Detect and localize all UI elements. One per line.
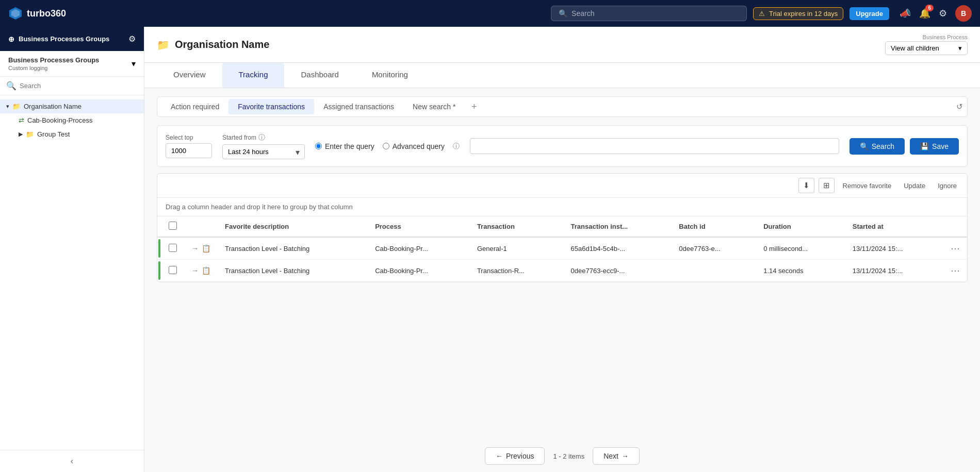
started-from-label: Started from ⓘ [222,133,305,142]
row-status-bar [157,237,161,260]
query-input[interactable] [470,138,839,154]
row-navigate-button[interactable]: → [191,244,199,252]
row-action-cell: → 📋 [184,260,218,282]
radio-advanced-query[interactable]: Advanced query [383,142,445,150]
pagination: ← Previous 1 - 2 items Next → [144,440,980,472]
radio-advanced-query-input[interactable] [383,143,389,149]
row-checkbox[interactable] [169,266,177,274]
sidebar-search-input[interactable] [20,82,138,90]
sub-tab-assigned[interactable]: Assigned transactions [314,99,403,114]
search-icon: 🔍 [860,142,869,150]
bp-dropdown[interactable]: View all children ▾ [885,41,968,55]
radio-enter-query[interactable]: Enter the query [315,142,374,150]
page-header: 📁 Organisation Name Business Process Vie… [144,27,980,63]
save-button[interactable]: 💾 Save [910,138,959,155]
col-fav-desc: Favorite description [218,216,368,237]
brand-name: turbo360 [27,8,66,19]
folder-icon: 📁 [26,130,34,138]
table-row: → 📋 Transaction Level - Batching Cab-Boo… [157,237,967,260]
row-trans-inst: 65a6d1b4-5c4b-... [564,237,672,260]
col-transaction: Transaction [470,216,564,237]
row-fav-desc: Transaction Level - Batching [218,237,368,260]
search-button[interactable]: 🔍 Search [850,138,905,155]
sub-tab-new-search[interactable]: New search * [403,99,465,114]
query-info-icon[interactable]: ⓘ [453,142,460,151]
tab-overview[interactable]: Overview [157,63,222,88]
tab-monitoring[interactable]: Monitoring [355,63,424,88]
row-navigate-button[interactable]: → [191,266,199,275]
row-checkbox-cell [161,237,184,260]
tab-dashboard[interactable]: Dashboard [284,63,355,88]
tab-tracking[interactable]: Tracking [222,63,285,88]
sub-tab-action-required[interactable]: Action required [161,99,228,114]
tree-item-group-test[interactable]: ▶ 📁 Group Test [0,127,144,141]
row-fav-desc: Transaction Level - Batching [218,260,368,282]
sidebar-collapse-button[interactable]: ‹ [0,450,144,472]
sidebar-section-sub: Custom logging [8,65,99,71]
select-all-checkbox[interactable] [169,222,177,230]
page-title: 📁 Organisation Name [157,39,269,51]
update-button[interactable]: Update [900,179,929,192]
next-button[interactable]: Next → [593,447,640,465]
sub-tabs: Action required Favorite transactions As… [157,96,968,117]
tree-area: ▾ 📁 Organisation Name ⇄ Cab-Booking-Proc… [0,95,144,450]
settings-sidebar-icon[interactable]: ⚙ [128,34,136,44]
download-button[interactable]: ⬇ [798,178,814,193]
avatar[interactable]: B [955,5,972,22]
row-status-bar [157,260,161,282]
top-nav: turbo360 🔍 Search ⚠ Trial expires in 12 … [0,0,980,27]
remove-favorite-button[interactable]: Remove favorite [839,179,896,192]
trial-text: Trial expires in 12 days [769,10,838,18]
sidebar-header-title: ⊕ Business Processes Groups [8,35,109,43]
row-copy-button[interactable]: 📋 [202,266,210,275]
sidebar-header: ⊕ Business Processes Groups ⚙ [0,27,144,51]
row-trans-inst: 0dee7763-ecc9-... [564,260,672,282]
trial-badge: ⚠ Trial expires in 12 days [753,7,843,20]
radio-enter-query-input[interactable] [315,143,322,149]
table-toolbar: ⬇ ⊞ Remove favorite Update Ignore [157,174,967,198]
row-copy-button[interactable]: 📋 [202,244,210,252]
row-more-cell: ⋯ [943,237,967,260]
pagination-info: 1 - 2 items [553,452,584,460]
row-more-button[interactable]: ⋯ [951,243,960,254]
global-search-bar[interactable]: 🔍 Search [551,6,747,21]
ignore-button[interactable]: Ignore [934,179,961,192]
started-from-field: Started from ⓘ Last 24 hours Last 7 days… [222,133,305,159]
tree-item-cab-booking[interactable]: ⇄ Cab-Booking-Process [0,113,144,127]
sub-tab-favorite[interactable]: Favorite transactions [228,99,314,114]
tabs-row: Overview Tracking Dashboard Monitoring [144,63,980,88]
settings-icon[interactable]: ⚙ [939,8,947,19]
row-process: Cab-Booking-Pr... [368,260,470,282]
sidebar-title: Business Processes Groups [19,35,109,43]
columns-button[interactable]: ⊞ [819,178,835,193]
sidebar-section-header[interactable]: Business Processes Groups Custom logging… [8,56,136,71]
row-transaction: Transaction-R... [470,260,564,282]
transactions-table: Favorite description Process Transaction… [157,216,967,282]
upgrade-button[interactable]: Upgrade [850,7,889,20]
bp-selector: Business Process View all children ▾ [885,34,968,55]
info-icon[interactable]: ⓘ [258,133,265,142]
query-type-radio-group: Enter the query Advanced query ⓘ [315,142,460,151]
content-area: Action required Favorite transactions As… [144,88,980,440]
megaphone-icon[interactable]: 📣 [900,8,911,19]
started-from-select[interactable]: Last 24 hours Last 7 days Last 30 days C… [222,144,305,159]
warning-icon: ⚠ [759,10,765,18]
refresh-button[interactable]: ↺ [956,102,963,111]
chevron-down-icon: ▾ [6,103,9,110]
select-top-input[interactable] [166,143,212,158]
col-started-at: Started at [845,216,943,237]
brand-logo[interactable]: turbo360 [8,6,66,21]
previous-label: Previous [506,452,534,460]
chevron-down-icon: ▾ [132,59,136,69]
select-top-label: Select top [166,134,212,141]
col-process: Process [368,216,470,237]
tree-item-label: Cab-Booking-Process [27,116,92,124]
bell-icon[interactable]: 🔔 6 [919,8,930,19]
activity-icon: ⊕ [8,35,14,43]
tree-item-organisation[interactable]: ▾ 📁 Organisation Name [0,99,144,113]
add-tab-button[interactable]: + [467,99,481,114]
previous-button[interactable]: ← Previous [485,447,545,465]
row-checkbox[interactable] [169,244,177,252]
row-more-button[interactable]: ⋯ [951,265,960,276]
row-actions: → 📋 [191,244,210,252]
